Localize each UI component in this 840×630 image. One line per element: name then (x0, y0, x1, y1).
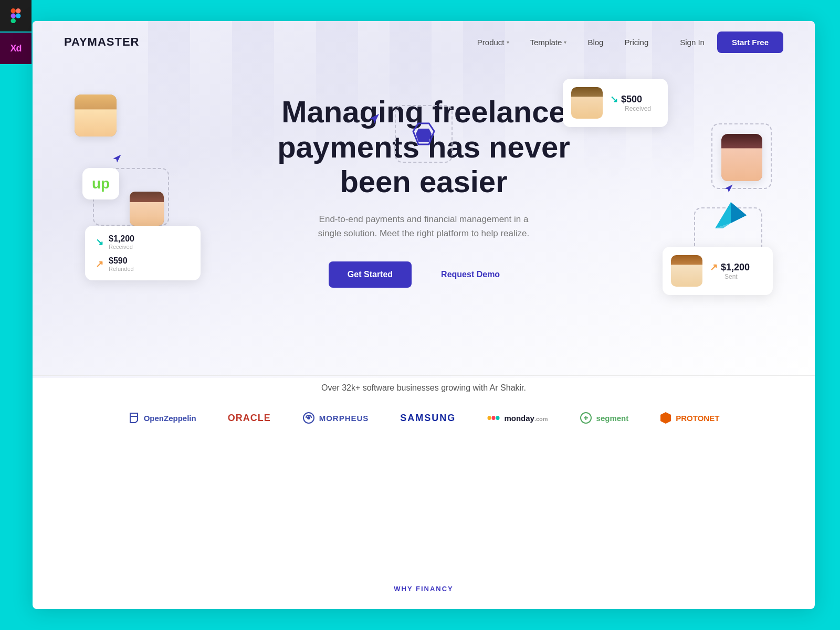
avatar-bottom-right (671, 255, 702, 287)
upwork-icon: up (92, 175, 110, 192)
bottom-tagline-text: WHY FINANCY (394, 585, 453, 593)
nav-logo: PAYMASTER (64, 35, 139, 49)
card-bottom-right-label: Sent (724, 273, 750, 280)
avatar-top-right (571, 87, 603, 119)
nav-blog[interactable]: Blog (587, 38, 603, 47)
main-window: PAYMASTER Product ▾ Template ▾ Blog Pric… (33, 21, 815, 609)
float-upwork-logo: up (82, 168, 119, 200)
brands-section: Over 32k+ software businesses growing wi… (33, 383, 815, 424)
navbar: PAYMASTER Product ▾ Template ▾ Blog Pric… (33, 21, 815, 63)
svg-marker-15 (660, 412, 671, 424)
payment-amount-refunded: $590 (109, 256, 134, 266)
arrow-down-received-icon: ↘ (610, 93, 618, 105)
nav-template[interactable]: Template ▾ (530, 38, 567, 47)
paymaster-logo-icon (411, 121, 437, 147)
float-bird-icon (712, 200, 749, 233)
svg-point-13 (496, 416, 500, 420)
card-bottom-right-amount: $1,200 (721, 262, 750, 273)
brand-samsung: SAMSUNG (400, 413, 456, 424)
protonet-label: PROTONET (676, 414, 719, 423)
float-card-top-right: ↘ $500 Received (563, 79, 668, 127)
float-avatar-right-top (721, 134, 762, 181)
brand-oracle: ORACLE (228, 413, 271, 424)
float-avatar-left-top (75, 94, 117, 136)
brand-morpheus: MORPHEUS (302, 412, 369, 424)
nav-product[interactable]: Product ▾ (477, 38, 509, 47)
svg-marker-7 (130, 413, 138, 423)
brand-openzeppelin: OpenZeppelin (128, 412, 196, 424)
card-top-right-label: Received (625, 105, 651, 112)
openzeppelin-label: OpenZeppelin (144, 414, 196, 423)
segment-label: segment (596, 414, 629, 423)
hero-subtitle: End-to-end payments and financial manage… (313, 212, 534, 240)
dashed-rect-center (395, 105, 453, 163)
send-arrow-left (112, 154, 122, 165)
send-arrow-right (724, 184, 733, 195)
svg-rect-1 (16, 8, 21, 14)
svg-marker-6 (416, 129, 432, 142)
svg-point-11 (488, 416, 491, 420)
payment-label-refunded: Refunded (109, 266, 134, 272)
xd-icon-label: Xd (10, 43, 21, 54)
svg-rect-2 (11, 14, 16, 19)
brand-protonet: PROTONET (660, 412, 719, 424)
xd-tool[interactable]: Xd (0, 33, 32, 64)
signin-link[interactable]: Sign In (680, 38, 705, 47)
arrow-down-icon: ↘ (96, 236, 103, 248)
float-card-bottom-left: ↘ $1,200 Received ↗ $590 Refunded (85, 226, 201, 280)
oracle-label: ORACLE (228, 413, 271, 424)
brand-segment: segment (580, 412, 629, 424)
nav-pricing[interactable]: Pricing (624, 38, 648, 47)
brands-title: Over 32k+ software businesses growing wi… (33, 383, 815, 393)
float-avatar-small-left (130, 192, 164, 226)
brands-row: OpenZeppelin ORACLE MORPHEUS SAMSUNG (33, 412, 815, 424)
monday-label: monday.com (504, 414, 548, 423)
svg-rect-3 (11, 18, 16, 23)
svg-point-12 (492, 416, 496, 420)
morpheus-icon (302, 412, 315, 424)
start-free-button[interactable]: Start Free (717, 32, 783, 53)
tool-panels: Xd (0, 0, 32, 630)
payment-row-received: ↘ $1,200 Received (96, 234, 190, 250)
get-started-button[interactable]: Get Started (329, 261, 412, 288)
samsung-label: SAMSUNG (400, 413, 456, 424)
arrow-up-sent-icon: ↗ (710, 261, 718, 273)
chevron-down-icon: ▾ (507, 39, 509, 45)
svg-point-10 (307, 416, 310, 419)
send-arrow-center (369, 113, 380, 127)
card-top-right-info: $500 (621, 94, 642, 105)
arrow-up-icon: ↗ (96, 258, 103, 270)
nav-links: Product ▾ Template ▾ Blog Pricing (477, 38, 648, 47)
section-divider (33, 375, 815, 376)
figma-tool[interactable] (0, 0, 32, 32)
segment-icon (580, 412, 592, 424)
svg-rect-0 (11, 8, 16, 14)
morpheus-label: MORPHEUS (319, 414, 369, 423)
openzeppelin-icon (128, 412, 140, 424)
monday-icon (487, 414, 500, 422)
float-center-logo (395, 105, 453, 163)
payment-row-refunded: ↗ $590 Refunded (96, 256, 190, 272)
request-demo-button[interactable]: Request Demo (422, 261, 519, 288)
protonet-icon (660, 412, 671, 424)
brand-monday: monday.com (487, 414, 548, 423)
float-card-bottom-right: ↗ $1,200 Sent (663, 247, 773, 295)
payment-amount-received: $1,200 (109, 234, 134, 244)
chevron-down-icon: ▾ (564, 39, 566, 45)
bottom-tagline: WHY FINANCY (33, 584, 815, 593)
svg-point-4 (16, 14, 21, 19)
card-top-right-amount: $500 (621, 94, 642, 104)
payment-label-received: Received (109, 244, 134, 250)
